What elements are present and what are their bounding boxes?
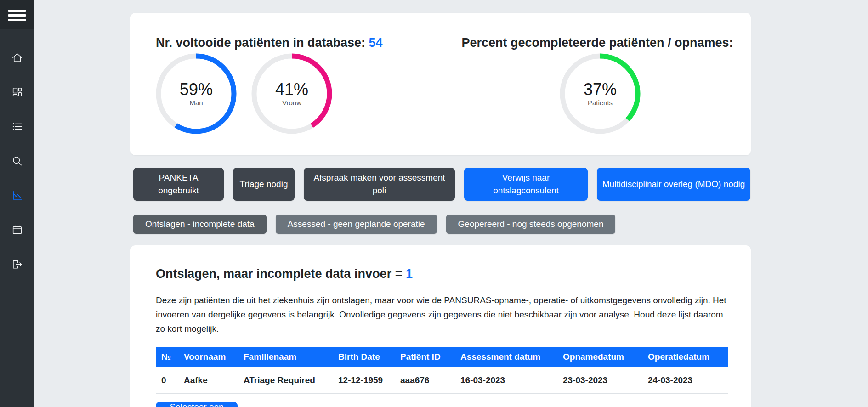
donut-chart-vrouw: 41%Vrouw (251, 53, 332, 134)
table-cell: 23-03-2023 (557, 367, 642, 394)
table-cell: 24-03-2023 (642, 367, 728, 394)
dashboard-grid-icon (11, 86, 23, 98)
action-button-row: PANKETA ongebruiktTriage nodigAfspraak m… (133, 168, 868, 201)
sidebar-item-line-chart[interactable] (9, 189, 25, 202)
column-header-operatiedatum: Operatiedatum (642, 347, 728, 367)
column-header-familienaam: Familienaam (238, 347, 333, 367)
donut-label: Patients (588, 99, 613, 107)
column-header-voornaam: Voornaam (178, 347, 238, 367)
percent-completed-title: Percent gecompleteerde patiënten / opnam… (455, 36, 740, 50)
logout-icon (11, 258, 23, 271)
incomplete-data-count: 1 (406, 267, 413, 281)
table-cell: Aafke (178, 367, 238, 394)
pill-geopereerd-nog-steeds-opgenomen[interactable]: Geopereerd - nog steeds opgenomen (446, 215, 616, 234)
panketa-ongebruikt-button[interactable]: PANKETA ongebruikt (133, 168, 224, 201)
filter-pill-row: Ontslagen - incomplete dataAssessed - ge… (133, 215, 868, 234)
sidebar-item-list[interactable] (9, 120, 25, 133)
search-icon (11, 155, 23, 167)
sidebar (0, 0, 34, 407)
table-row: 0AafkeATriage Required12-12-1959aaa67616… (156, 367, 728, 394)
select-patient-button[interactable]: Selecteer een patiënt (156, 402, 238, 407)
list-icon (11, 120, 23, 133)
home-icon (11, 51, 23, 64)
donut-percent: 59% (180, 81, 213, 98)
completed-patients-label: Nr. voltooide patiënten in database: (156, 36, 369, 50)
incomplete-data-description: Deze zijn patiënten die uit het ziekenhu… (156, 293, 731, 336)
incomplete-data-card: Ontslagen, maar incomplete data invoer =… (130, 245, 751, 407)
table-cell: 16-03-2023 (455, 367, 557, 394)
pill-ontslagen-incomplete-data[interactable]: Ontslagen - incomplete data (133, 215, 267, 234)
completed-patients-title: Nr. voltooide patiënten in database: 54 (156, 36, 383, 50)
sidebar-item-dashboard-grid[interactable] (9, 86, 25, 98)
table-cell: 0 (156, 367, 178, 394)
donut-percent: 37% (584, 81, 617, 98)
donut-label: Vrouw (282, 99, 301, 107)
sidebar-item-logout[interactable] (9, 258, 25, 271)
pill-assessed-geen-geplande-operatie[interactable]: Assessed - geen geplande operatie (276, 215, 437, 234)
sidebar-item-calendar[interactable] (9, 224, 25, 236)
donut-label: Man (189, 99, 203, 107)
sidebar-item-home[interactable] (9, 51, 25, 64)
donut-chart-man: 59%Man (156, 53, 237, 134)
table-cell: ATriage Required (238, 367, 333, 394)
incomplete-data-heading-label: Ontslagen, maar incomplete data invoer = (156, 267, 406, 281)
table-cell: aaa676 (395, 367, 455, 394)
main-content: Nr. voltooide patiënten in database: 54 … (34, 0, 868, 407)
line-chart-icon (11, 189, 23, 202)
verwijs-naar-ontslagconsulent-button[interactable]: Verwijs naar ontslagconsulent (464, 168, 588, 201)
column-header-birth-date: Birth Date (333, 347, 395, 367)
hamburger-icon (8, 10, 26, 12)
hamburger-menu-button[interactable] (0, 0, 34, 29)
patients-table: №VoornaamFamilienaamBirth DatePatiënt ID… (156, 347, 728, 394)
donut-percent: 41% (275, 81, 308, 98)
column-header-assessment-datum: Assessment datum (455, 347, 557, 367)
completed-patients-count: 54 (369, 36, 383, 50)
multidisciplinair-overleg-mdo-nodig-button[interactable]: Multidisciplinair overleg (MDO) nodig (597, 168, 750, 201)
calendar-icon (11, 224, 23, 236)
incomplete-data-heading: Ontslagen, maar incomplete data invoer =… (156, 266, 726, 281)
sidebar-item-search[interactable] (9, 155, 25, 167)
stats-card: Nr. voltooide patiënten in database: 54 … (130, 13, 751, 155)
patients-table-header: №VoornaamFamilienaamBirth DatePatiënt ID… (156, 347, 728, 367)
column-header-: № (156, 347, 178, 367)
table-cell: 12-12-1959 (333, 367, 395, 394)
triage-nodig-button[interactable]: Triage nodig (233, 168, 295, 201)
afspraak-maken-voor-assessment-poli-button[interactable]: Afspraak maken voor assessment poli (304, 168, 455, 201)
donut-chart-patients: 37%Patients (560, 53, 641, 134)
column-header-opnamedatum: Opnamedatum (557, 347, 642, 367)
sidebar-nav (0, 29, 34, 271)
column-header-pati-nt-id: Patiënt ID (395, 347, 455, 367)
